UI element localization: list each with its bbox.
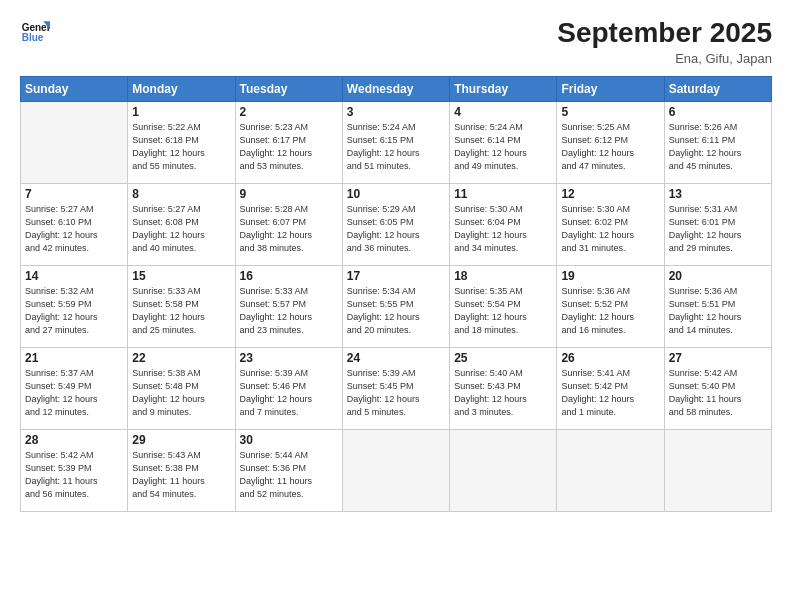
day-number: 22 [132, 351, 230, 365]
calendar-cell: 19Sunrise: 5:36 AM Sunset: 5:52 PM Dayli… [557, 265, 664, 347]
day-info: Sunrise: 5:34 AM Sunset: 5:55 PM Dayligh… [347, 285, 445, 337]
calendar-week-5: 28Sunrise: 5:42 AM Sunset: 5:39 PM Dayli… [21, 429, 772, 511]
calendar-cell: 10Sunrise: 5:29 AM Sunset: 6:05 PM Dayli… [342, 183, 449, 265]
day-info: Sunrise: 5:40 AM Sunset: 5:43 PM Dayligh… [454, 367, 552, 419]
month-title: September 2025 [557, 18, 772, 49]
day-info: Sunrise: 5:30 AM Sunset: 6:04 PM Dayligh… [454, 203, 552, 255]
day-number: 3 [347, 105, 445, 119]
calendar-cell: 13Sunrise: 5:31 AM Sunset: 6:01 PM Dayli… [664, 183, 771, 265]
calendar-week-2: 7Sunrise: 5:27 AM Sunset: 6:10 PM Daylig… [21, 183, 772, 265]
day-info: Sunrise: 5:38 AM Sunset: 5:48 PM Dayligh… [132, 367, 230, 419]
day-number: 30 [240, 433, 338, 447]
day-number: 27 [669, 351, 767, 365]
calendar-cell: 6Sunrise: 5:26 AM Sunset: 6:11 PM Daylig… [664, 101, 771, 183]
day-info: Sunrise: 5:39 AM Sunset: 5:45 PM Dayligh… [347, 367, 445, 419]
day-header-thursday: Thursday [450, 76, 557, 101]
day-info: Sunrise: 5:30 AM Sunset: 6:02 PM Dayligh… [561, 203, 659, 255]
day-info: Sunrise: 5:27 AM Sunset: 6:08 PM Dayligh… [132, 203, 230, 255]
calendar-cell: 1Sunrise: 5:22 AM Sunset: 6:18 PM Daylig… [128, 101, 235, 183]
calendar-cell: 25Sunrise: 5:40 AM Sunset: 5:43 PM Dayli… [450, 347, 557, 429]
day-info: Sunrise: 5:24 AM Sunset: 6:14 PM Dayligh… [454, 121, 552, 173]
calendar-cell [664, 429, 771, 511]
day-number: 21 [25, 351, 123, 365]
day-info: Sunrise: 5:23 AM Sunset: 6:17 PM Dayligh… [240, 121, 338, 173]
day-info: Sunrise: 5:36 AM Sunset: 5:52 PM Dayligh… [561, 285, 659, 337]
day-info: Sunrise: 5:31 AM Sunset: 6:01 PM Dayligh… [669, 203, 767, 255]
day-info: Sunrise: 5:28 AM Sunset: 6:07 PM Dayligh… [240, 203, 338, 255]
calendar-cell: 5Sunrise: 5:25 AM Sunset: 6:12 PM Daylig… [557, 101, 664, 183]
day-info: Sunrise: 5:37 AM Sunset: 5:49 PM Dayligh… [25, 367, 123, 419]
day-number: 18 [454, 269, 552, 283]
calendar-week-1: 1Sunrise: 5:22 AM Sunset: 6:18 PM Daylig… [21, 101, 772, 183]
day-info: Sunrise: 5:42 AM Sunset: 5:40 PM Dayligh… [669, 367, 767, 419]
day-header-saturday: Saturday [664, 76, 771, 101]
calendar-cell: 28Sunrise: 5:42 AM Sunset: 5:39 PM Dayli… [21, 429, 128, 511]
day-info: Sunrise: 5:33 AM Sunset: 5:58 PM Dayligh… [132, 285, 230, 337]
day-number: 14 [25, 269, 123, 283]
day-number: 24 [347, 351, 445, 365]
day-number: 17 [347, 269, 445, 283]
calendar-cell: 3Sunrise: 5:24 AM Sunset: 6:15 PM Daylig… [342, 101, 449, 183]
day-number: 10 [347, 187, 445, 201]
calendar-cell: 8Sunrise: 5:27 AM Sunset: 6:08 PM Daylig… [128, 183, 235, 265]
calendar-cell: 27Sunrise: 5:42 AM Sunset: 5:40 PM Dayli… [664, 347, 771, 429]
calendar-cell: 16Sunrise: 5:33 AM Sunset: 5:57 PM Dayli… [235, 265, 342, 347]
calendar-cell [450, 429, 557, 511]
day-info: Sunrise: 5:41 AM Sunset: 5:42 PM Dayligh… [561, 367, 659, 419]
calendar: SundayMondayTuesdayWednesdayThursdayFrid… [20, 76, 772, 512]
day-info: Sunrise: 5:32 AM Sunset: 5:59 PM Dayligh… [25, 285, 123, 337]
svg-text:Blue: Blue [22, 32, 44, 43]
day-number: 25 [454, 351, 552, 365]
day-info: Sunrise: 5:44 AM Sunset: 5:36 PM Dayligh… [240, 449, 338, 501]
calendar-cell: 18Sunrise: 5:35 AM Sunset: 5:54 PM Dayli… [450, 265, 557, 347]
day-number: 28 [25, 433, 123, 447]
day-number: 26 [561, 351, 659, 365]
day-number: 4 [454, 105, 552, 119]
day-number: 5 [561, 105, 659, 119]
day-number: 15 [132, 269, 230, 283]
day-number: 23 [240, 351, 338, 365]
calendar-cell: 24Sunrise: 5:39 AM Sunset: 5:45 PM Dayli… [342, 347, 449, 429]
calendar-cell: 15Sunrise: 5:33 AM Sunset: 5:58 PM Dayli… [128, 265, 235, 347]
calendar-cell: 21Sunrise: 5:37 AM Sunset: 5:49 PM Dayli… [21, 347, 128, 429]
day-info: Sunrise: 5:42 AM Sunset: 5:39 PM Dayligh… [25, 449, 123, 501]
calendar-cell [342, 429, 449, 511]
day-number: 6 [669, 105, 767, 119]
day-info: Sunrise: 5:35 AM Sunset: 5:54 PM Dayligh… [454, 285, 552, 337]
day-number: 13 [669, 187, 767, 201]
day-number: 9 [240, 187, 338, 201]
day-info: Sunrise: 5:25 AM Sunset: 6:12 PM Dayligh… [561, 121, 659, 173]
calendar-cell [557, 429, 664, 511]
calendar-cell: 12Sunrise: 5:30 AM Sunset: 6:02 PM Dayli… [557, 183, 664, 265]
day-header-tuesday: Tuesday [235, 76, 342, 101]
day-header-sunday: Sunday [21, 76, 128, 101]
calendar-cell: 30Sunrise: 5:44 AM Sunset: 5:36 PM Dayli… [235, 429, 342, 511]
calendar-week-4: 21Sunrise: 5:37 AM Sunset: 5:49 PM Dayli… [21, 347, 772, 429]
logo: General Blue [20, 18, 50, 48]
calendar-cell: 23Sunrise: 5:39 AM Sunset: 5:46 PM Dayli… [235, 347, 342, 429]
calendar-cell: 17Sunrise: 5:34 AM Sunset: 5:55 PM Dayli… [342, 265, 449, 347]
day-header-monday: Monday [128, 76, 235, 101]
calendar-cell: 7Sunrise: 5:27 AM Sunset: 6:10 PM Daylig… [21, 183, 128, 265]
day-info: Sunrise: 5:22 AM Sunset: 6:18 PM Dayligh… [132, 121, 230, 173]
day-info: Sunrise: 5:27 AM Sunset: 6:10 PM Dayligh… [25, 203, 123, 255]
day-number: 11 [454, 187, 552, 201]
day-info: Sunrise: 5:43 AM Sunset: 5:38 PM Dayligh… [132, 449, 230, 501]
day-number: 20 [669, 269, 767, 283]
title-block: September 2025 Ena, Gifu, Japan [557, 18, 772, 66]
calendar-cell: 2Sunrise: 5:23 AM Sunset: 6:17 PM Daylig… [235, 101, 342, 183]
day-info: Sunrise: 5:39 AM Sunset: 5:46 PM Dayligh… [240, 367, 338, 419]
day-info: Sunrise: 5:26 AM Sunset: 6:11 PM Dayligh… [669, 121, 767, 173]
calendar-cell: 4Sunrise: 5:24 AM Sunset: 6:14 PM Daylig… [450, 101, 557, 183]
day-info: Sunrise: 5:33 AM Sunset: 5:57 PM Dayligh… [240, 285, 338, 337]
day-number: 1 [132, 105, 230, 119]
day-header-wednesday: Wednesday [342, 76, 449, 101]
calendar-cell: 22Sunrise: 5:38 AM Sunset: 5:48 PM Dayli… [128, 347, 235, 429]
day-number: 8 [132, 187, 230, 201]
calendar-cell: 9Sunrise: 5:28 AM Sunset: 6:07 PM Daylig… [235, 183, 342, 265]
calendar-cell [21, 101, 128, 183]
day-number: 16 [240, 269, 338, 283]
calendar-cell: 29Sunrise: 5:43 AM Sunset: 5:38 PM Dayli… [128, 429, 235, 511]
day-header-friday: Friday [557, 76, 664, 101]
day-number: 19 [561, 269, 659, 283]
